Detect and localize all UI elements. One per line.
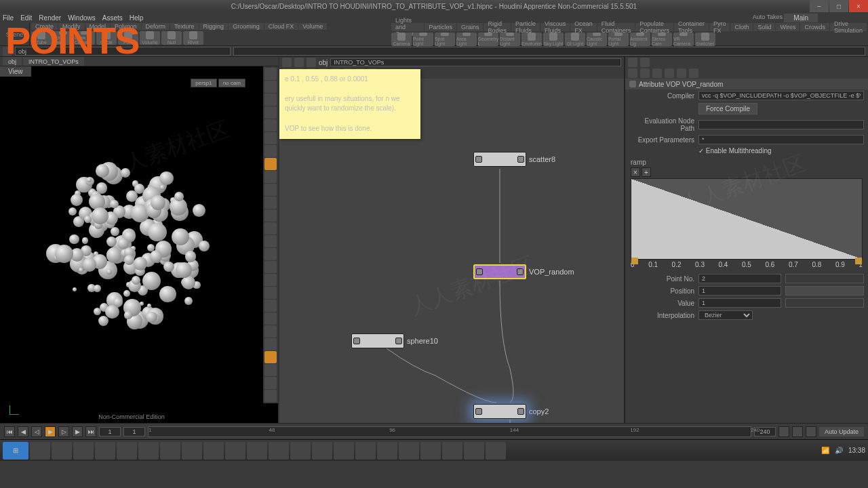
system-tray[interactable]: 📶 🔊 13:38 — [821, 447, 865, 454]
param-tool-icon[interactable] — [689, 68, 698, 78]
interp-select[interactable]: Bezier — [698, 310, 753, 320]
shelf-tab[interactable]: Particle Fluids — [511, 23, 540, 31]
viewport-tool-icon[interactable] — [264, 351, 277, 363]
taskbar-app-icon[interactable] — [95, 442, 115, 460]
shelf-tab[interactable]: Populate Containers — [635, 23, 673, 31]
viewport-camsel[interactable]: no cam — [218, 79, 245, 87]
shelf-tab[interactable]: Viscous Fluids — [540, 23, 570, 31]
node-sphere[interactable]: sphere10 — [351, 333, 438, 348]
ramp-add-button[interactable]: + — [642, 167, 651, 177]
pointno-input[interactable] — [698, 274, 781, 283]
shelf-tab[interactable]: Ocean FX — [570, 23, 597, 31]
tl-next-button[interactable]: ▶ — [72, 426, 83, 437]
viewport-tool-icon[interactable] — [264, 274, 277, 286]
ramp-graph[interactable] — [631, 178, 863, 260]
shelf-tab[interactable]: Container Tools — [674, 23, 709, 31]
network-pane[interactable]: obj e 0.1 , 0.55 , 0.88 or 0.0001 ery us… — [279, 57, 624, 423]
shelf-tool[interactable]: Rivet — [183, 31, 203, 45]
shelf-tool[interactable]: Switcher — [695, 33, 715, 46]
viewport[interactable]: persp1 no cam Non-Commercial Edition — [0, 66, 263, 423]
shelf-tab[interactable]: Pyro FX — [709, 23, 730, 31]
param-tool-icon[interactable] — [665, 68, 674, 78]
viewport-tool-icon[interactable] — [264, 184, 277, 196]
viewport-tool-icon[interactable] — [264, 377, 277, 389]
shelf-tab[interactable]: Texture — [170, 23, 199, 30]
param-tool-icon[interactable] — [652, 68, 662, 78]
shelf-tool[interactable]: Geometry L — [478, 33, 498, 46]
view-tab[interactable]: View — [0, 66, 31, 77]
shelf-tab[interactable]: Cloud FX — [264, 23, 298, 30]
taskbar-app-icon[interactable] — [486, 442, 506, 460]
viewport-tool-icon[interactable] — [264, 325, 277, 338]
timeline-track[interactable]: 14896144192240 — [148, 426, 751, 437]
tray-wifi-icon[interactable]: 📶 — [821, 447, 829, 454]
shelf-tool[interactable]: Ambient Lig — [630, 33, 650, 46]
taskbar-app-icon[interactable] — [160, 442, 180, 460]
tl-audio-icon[interactable] — [792, 426, 803, 437]
pin-icon[interactable] — [629, 81, 636, 87]
taskbar-app-icon[interactable] — [52, 442, 72, 460]
shelf-tab[interactable]: Fluid Containers — [597, 23, 635, 31]
shelf-tool[interactable]: Point Light — [413, 33, 433, 46]
taskbar-app-icon[interactable] — [399, 442, 419, 460]
shelf-tool[interactable]: Sky Light — [543, 33, 564, 46]
taskbar-app-icon[interactable] — [73, 442, 94, 460]
sticky-note[interactable]: e 0.1 , 0.55 , 0.88 or 0.0001 ery useful… — [279, 69, 420, 139]
shelf-tool[interactable]: Distant Light — [500, 33, 520, 46]
taskbar-app-icon[interactable] — [290, 442, 311, 460]
shelf-tab[interactable]: Rigging — [199, 23, 229, 30]
shelf-tool[interactable]: Caustic Light — [587, 33, 607, 46]
viewport-tool-icon[interactable] — [264, 300, 277, 312]
shelf-tool[interactable]: VR Camera — [673, 33, 694, 46]
tl-keys-icon[interactable] — [806, 426, 816, 437]
tl-start-input[interactable] — [99, 427, 121, 436]
value-input[interactable] — [698, 298, 781, 308]
tray-volume-icon[interactable]: 🔊 — [835, 447, 843, 454]
tl-current-input[interactable] — [123, 427, 145, 436]
maximize-button[interactable]: □ — [829, 0, 848, 12]
shelf-tool[interactable]: Null — [161, 31, 182, 45]
viewport-tool-icon[interactable] — [264, 106, 277, 119]
viewport-tool-icon[interactable] — [264, 132, 277, 144]
viewport-tool-icon[interactable] — [264, 287, 277, 299]
shelf-tab[interactable]: Cloth — [730, 23, 753, 31]
shelf-tab[interactable]: Particles — [425, 23, 456, 31]
tl-realtime-icon[interactable] — [778, 426, 789, 437]
viewport-tool-icon[interactable] — [264, 248, 277, 260]
windows-start-icon[interactable]: ⊞ — [3, 442, 28, 460]
taskbar-app-icon[interactable] — [182, 442, 202, 460]
node-scatter[interactable]: scatter8 — [473, 152, 555, 167]
taskbar-app-icon[interactable] — [377, 442, 397, 460]
taskbar-app-icon[interactable] — [442, 442, 462, 460]
taskbar-app-icon[interactable] — [312, 442, 332, 460]
viewport-tool-icon[interactable] — [264, 338, 277, 350]
taskbar-app-icon[interactable] — [420, 442, 441, 460]
viewport-camera[interactable]: persp1 — [191, 79, 216, 87]
tl-prev-button[interactable]: ◀ — [18, 426, 28, 437]
shelf-tool[interactable]: Area Light — [456, 33, 477, 46]
node-copy[interactable]: copy2 — [473, 404, 549, 419]
taskbar-app-icon[interactable] — [225, 442, 245, 460]
param-pin-icon[interactable] — [628, 58, 637, 67]
viewport-tool-icon[interactable] — [264, 235, 277, 247]
viewport-tool-icon[interactable] — [264, 390, 277, 402]
viewport-tool-icon[interactable] — [264, 68, 277, 80]
shelf-tab[interactable]: Deform — [142, 23, 170, 30]
taskbar-app-icon[interactable] — [30, 442, 50, 460]
shelf-tab[interactable]: Volume — [298, 23, 327, 30]
taskbar-app-icon[interactable] — [355, 442, 376, 460]
shelf-tab[interactable]: Lights and Cameras — [391, 23, 425, 31]
shelf-tab[interactable]: Drive Simulation — [830, 23, 867, 31]
shelf-tool[interactable]: Environm — [521, 33, 542, 46]
taskbar-app-icon[interactable] — [247, 442, 267, 460]
taskbar-app-icon[interactable] — [269, 442, 289, 460]
taskbar-app-icon[interactable] — [464, 442, 484, 460]
param-tool-icon[interactable] — [640, 68, 650, 78]
eval-path-input[interactable] — [698, 120, 864, 129]
viewport-tool-icon[interactable] — [264, 197, 277, 209]
path-input-mid[interactable] — [233, 47, 866, 56]
shelf-tool[interactable]: Spot Light — [435, 33, 455, 46]
compiler-input[interactable] — [698, 91, 864, 100]
tl-play-button[interactable]: ▶ — [45, 426, 56, 437]
export-input[interactable] — [698, 135, 864, 144]
